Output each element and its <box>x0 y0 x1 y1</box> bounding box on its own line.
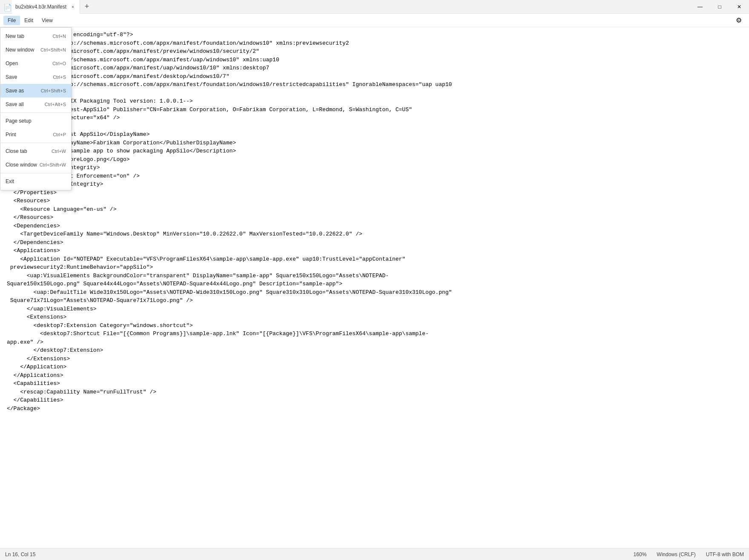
menu-item-label: Close window <box>6 162 37 168</box>
menu-item-shortcut: Ctrl+Shift+N <box>40 47 66 52</box>
active-tab[interactable]: bu2xbkv4.b3r.Manifest × <box>12 0 80 14</box>
menu-item-shortcut: Ctrl+S <box>53 75 66 80</box>
menu-open[interactable]: Open Ctrl+O <box>0 57 71 70</box>
menu-item-shortcut: Ctrl+P <box>53 132 66 137</box>
code-editor[interactable]: <?xml version="1.0" encoding="utf-8"?> <… <box>3 29 749 414</box>
menu-close-window[interactable]: Close window Ctrl+Shift+W <box>0 158 71 172</box>
menu-save-all[interactable]: Save all Ctrl+Alt+S <box>0 98 71 111</box>
menu-item-label: Close tab <box>6 148 27 154</box>
menu-item-label: New window <box>6 47 34 53</box>
menu-item-label: Save <box>6 74 17 80</box>
file-dropdown-menu: New tab Ctrl+N New window Ctrl+Shift+N O… <box>0 27 72 190</box>
menu-item-label: Exit <box>6 178 14 184</box>
status-position: Ln 16, Col 15 <box>5 551 634 557</box>
file-menu-item[interactable]: File <box>3 16 20 25</box>
status-bar: Ln 16, Col 15 160% Windows (CRLF) UTF-8 … <box>0 548 749 560</box>
menu-save[interactable]: Save Ctrl+S <box>0 70 71 84</box>
encoding[interactable]: UTF-8 with BOM <box>706 551 744 557</box>
content-area[interactable]: <?xml version="1.0" encoding="utf-8"?> <… <box>0 27 749 548</box>
menu-item-shortcut: Ctrl+N <box>53 34 66 39</box>
menu-item-label: Page setup <box>6 118 32 124</box>
menu-item-label: Print <box>6 132 16 138</box>
menu-new-window[interactable]: New window Ctrl+Shift+N <box>0 43 71 57</box>
menu-item-shortcut: Ctrl+O <box>52 61 66 66</box>
zoom-level[interactable]: 160% <box>634 551 647 557</box>
menu-item-shortcut: Ctrl+W <box>52 149 66 154</box>
edit-menu-item[interactable]: Edit <box>20 16 37 25</box>
menu-exit[interactable]: Exit <box>0 175 71 188</box>
menu-separator-3 <box>0 173 71 173</box>
gear-icon: ⚙ <box>736 16 742 24</box>
cursor-position: Ln 16, Col 15 <box>5 551 35 557</box>
menu-item-label: Save all <box>6 101 24 107</box>
tab-title: bu2xbkv4.b3r.Manifest <box>15 4 68 10</box>
menu-bar: File Edit View ⚙ <box>0 14 749 27</box>
menu-separator-1 <box>0 112 71 113</box>
minimize-button[interactable]: — <box>690 0 710 14</box>
app-icon: 📄 <box>3 3 10 10</box>
status-right: 160% Windows (CRLF) UTF-8 with BOM <box>634 551 744 557</box>
menu-print[interactable]: Print Ctrl+P <box>0 128 71 141</box>
menu-item-shortcut: Ctrl+Alt+S <box>45 102 66 107</box>
menu-page-setup[interactable]: Page setup <box>0 114 71 128</box>
menu-close-tab[interactable]: Close tab Ctrl+W <box>0 144 71 158</box>
line-endings[interactable]: Windows (CRLF) <box>657 551 695 557</box>
menu-item-shortcut: Ctrl+Shift+W <box>40 162 66 167</box>
title-bar: 📄 bu2xbkv4.b3r.Manifest × + — □ ✕ <box>0 0 749 14</box>
menu-separator-2 <box>0 143 71 143</box>
settings-button[interactable]: ⚙ <box>732 14 746 26</box>
menu-new-tab[interactable]: New tab Ctrl+N <box>0 29 71 43</box>
menu-save-as[interactable]: Save as Ctrl+Shift+S <box>0 84 71 98</box>
new-tab-button[interactable]: + <box>80 0 94 14</box>
menu-item-shortcut: Ctrl+Shift+S <box>41 88 66 93</box>
close-window-button[interactable]: ✕ <box>729 0 749 14</box>
maximize-button[interactable]: □ <box>710 0 729 14</box>
menu-item-label: New tab <box>6 33 24 39</box>
menu-item-label: Save as <box>6 88 24 94</box>
window-controls: — □ ✕ <box>690 0 749 14</box>
close-tab-button[interactable]: × <box>69 3 76 10</box>
view-menu-item[interactable]: View <box>37 16 57 25</box>
menu-item-label: Open <box>6 60 18 66</box>
tab-area: bu2xbkv4.b3r.Manifest × + <box>12 0 690 14</box>
